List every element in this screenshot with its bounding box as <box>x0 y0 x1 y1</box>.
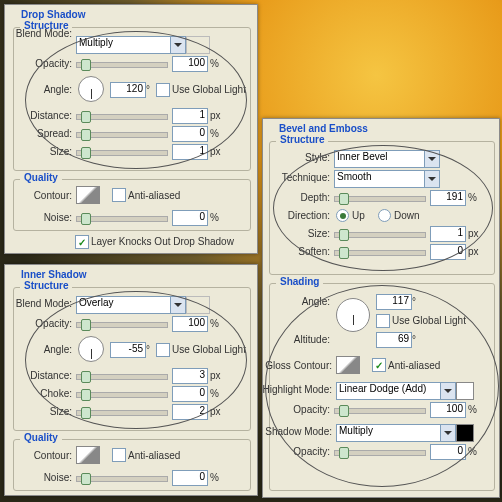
is-choke-input[interactable]: 0 <box>172 386 208 402</box>
be-soften-slider[interactable] <box>334 250 426 256</box>
ds-distance-label: Distance: <box>14 110 72 121</box>
is-contour-picker[interactable] <box>76 446 100 464</box>
ds-size-label: Size: <box>14 146 72 157</box>
ds-contour-label: Contour: <box>14 190 72 201</box>
is-quality-group: Quality Contour: Anti-aliased Noise: 0 % <box>13 439 251 491</box>
be-shadow-select[interactable]: Multiply <box>336 424 456 442</box>
ds-blendmode-select[interactable]: Multiply <box>76 36 186 54</box>
be-sh-opacity-input[interactable]: 0 <box>430 444 466 460</box>
ds-spread-input[interactable]: 0 <box>172 126 208 142</box>
be-size-input[interactable]: 1 <box>430 226 466 242</box>
ds-distance-input[interactable]: 1 <box>172 108 208 124</box>
drop-shadow-title: Drop Shadow <box>17 9 89 20</box>
be-angle-input[interactable]: 117 <box>376 294 412 310</box>
be-direction-down-radio[interactable] <box>378 209 391 222</box>
ds-angle-input[interactable]: 120 <box>110 82 146 98</box>
dropdown-arrow-icon <box>170 37 185 53</box>
be-global-light-checkbox[interactable] <box>376 314 390 328</box>
ds-spread-slider[interactable] <box>76 132 168 138</box>
is-noise-slider[interactable] <box>76 476 168 482</box>
ds-contour-picker[interactable] <box>76 186 100 204</box>
be-altitude-input[interactable]: 69 <box>376 332 412 348</box>
be-highlight-select[interactable]: Linear Dodge (Add) <box>336 382 456 400</box>
be-shadow-swatch[interactable] <box>456 424 474 442</box>
dropdown-arrow-icon <box>424 171 439 187</box>
ds-quality-label: Quality <box>20 172 62 183</box>
is-global-light-checkbox[interactable] <box>156 343 170 357</box>
ds-opacity-label: Opacity: <box>14 58 72 69</box>
ds-noise-label: Noise: <box>14 212 72 223</box>
ds-spread-label: Spread: <box>14 128 72 139</box>
ds-knockout-checkbox[interactable] <box>75 235 89 249</box>
ds-size-slider[interactable] <box>76 150 168 156</box>
is-noise-input[interactable]: 0 <box>172 470 208 486</box>
is-angle-input[interactable]: -55 <box>110 342 146 358</box>
is-opacity-input[interactable]: 100 <box>172 316 208 332</box>
is-size-input[interactable]: 2 <box>172 404 208 420</box>
be-hl-opacity-input[interactable]: 100 <box>430 402 466 418</box>
ds-distance-slider[interactable] <box>76 114 168 120</box>
ds-noise-slider[interactable] <box>76 216 168 222</box>
is-distance-input[interactable]: 3 <box>172 368 208 384</box>
bevel-panel: Bevel and Emboss Structure Style: Inner … <box>262 118 500 498</box>
drop-shadow-panel: Drop Shadow Structure Blend Mode: Multip… <box>4 4 258 254</box>
be-depth-input[interactable]: 191 <box>430 190 466 206</box>
be-structure-group: Structure Style: Inner Bevel Technique: … <box>269 141 495 275</box>
be-sh-opacity-slider[interactable] <box>334 450 426 456</box>
be-depth-slider[interactable] <box>334 196 426 202</box>
ds-angle-dial[interactable] <box>78 76 104 102</box>
ds-opacity-input[interactable]: 100 <box>172 56 208 72</box>
ds-quality-group: Quality Contour: Anti-aliased Noise: 0 % <box>13 179 251 231</box>
be-gloss-contour-picker[interactable] <box>336 356 360 374</box>
is-angle-dial[interactable] <box>78 336 104 362</box>
ds-opacity-slider[interactable] <box>76 62 168 68</box>
is-structure-label: Structure <box>20 280 72 291</box>
be-antialiased-checkbox[interactable] <box>372 358 386 372</box>
is-structure-group: Structure Blend Mode: Overlay Opacity: 1… <box>13 287 251 431</box>
ds-color-swatch[interactable] <box>186 36 210 54</box>
is-color-swatch[interactable] <box>186 296 210 314</box>
be-direction-up-radio[interactable] <box>336 209 349 222</box>
be-angle-dial[interactable] <box>336 298 370 332</box>
be-technique-select[interactable]: Smooth <box>334 170 440 188</box>
is-size-slider[interactable] <box>76 410 168 416</box>
be-size-slider[interactable] <box>334 232 426 238</box>
be-hl-opacity-slider[interactable] <box>334 408 426 414</box>
inner-shadow-panel: Inner Shadow Structure Blend Mode: Overl… <box>4 264 258 496</box>
is-distance-slider[interactable] <box>76 374 168 380</box>
be-style-select[interactable]: Inner Bevel <box>334 150 440 168</box>
dropdown-arrow-icon <box>424 151 439 167</box>
is-title: Inner Shadow <box>17 269 91 280</box>
ds-structure-group: Structure Blend Mode: Multiply Opacity: … <box>13 27 251 171</box>
be-shading-group: Shading Angle: 117 ° Use Global Light Al… <box>269 283 495 491</box>
ds-noise-input[interactable]: 0 <box>172 210 208 226</box>
is-antialiased-checkbox[interactable] <box>112 448 126 462</box>
ds-antialiased-checkbox[interactable] <box>112 188 126 202</box>
ds-size-input[interactable]: 1 <box>172 144 208 160</box>
is-blendmode-select[interactable]: Overlay <box>76 296 186 314</box>
dropdown-arrow-icon <box>440 383 455 399</box>
be-highlight-swatch[interactable] <box>456 382 474 400</box>
is-choke-slider[interactable] <box>76 392 168 398</box>
dropdown-arrow-icon <box>170 297 185 313</box>
ds-blendmode-label: Blend Mode: <box>14 28 72 39</box>
be-soften-input[interactable]: 0 <box>430 244 466 260</box>
ds-global-light-checkbox[interactable] <box>156 83 170 97</box>
is-opacity-slider[interactable] <box>76 322 168 328</box>
dropdown-arrow-icon <box>440 425 455 441</box>
ds-angle-label: Angle: <box>14 84 72 95</box>
be-title: Bevel and Emboss <box>275 123 372 134</box>
